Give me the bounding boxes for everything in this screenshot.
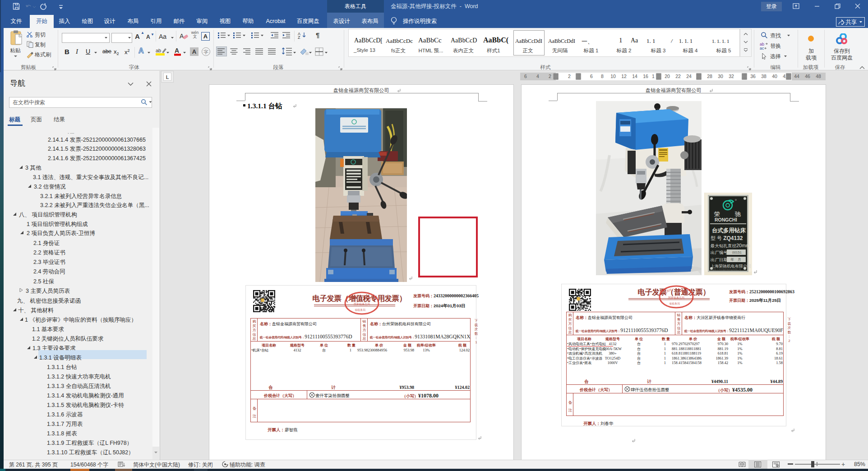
svg-text:省税务局: 省税务局	[355, 309, 365, 312]
svg-text:A: A	[175, 47, 179, 54]
svg-text:国家税务总局: 国家税务总局	[354, 302, 370, 306]
svg-text:制造商:台州荣驰机电科技有限公司: 制造商:台州荣驰机电科技有限公司	[710, 268, 741, 271]
svg-text:台式多用钻床: 台式多用钻床	[712, 227, 746, 234]
svg-text:上海荣驰机电有限公司: 上海荣驰机电有限公司	[711, 264, 751, 268]
svg-text:型 号 ZQ4132: 型 号 ZQ4132	[711, 235, 743, 241]
svg-text:?: ?	[226, 463, 228, 468]
svg-text:荣: 荣	[714, 211, 720, 217]
svg-text:00151: 00151	[732, 250, 742, 254]
svg-text:最大钻孔直径20mm: 最大钻孔直径20mm	[710, 243, 750, 248]
svg-text:Z: Z	[298, 35, 300, 39]
svg-text:A: A	[180, 32, 184, 40]
svg-text:年 月: 年 月	[730, 258, 741, 262]
svg-text:驰: 驰	[734, 211, 741, 217]
svg-text:出厂日期: 出厂日期	[711, 257, 728, 262]
svg-text:全国统一: 全国统一	[663, 286, 675, 294]
svg-text:全国统一: 全国统一	[349, 293, 360, 300]
svg-text:省税务局: 省税务局	[669, 302, 680, 305]
svg-text:国家税务总局: 国家税务总局	[668, 296, 684, 300]
svg-text:出厂编号: 出厂编号	[711, 250, 728, 255]
svg-text:ab: ab	[156, 48, 161, 53]
svg-text:ac: ac	[760, 46, 764, 50]
svg-text:RONGCHI: RONGCHI	[715, 217, 737, 222]
